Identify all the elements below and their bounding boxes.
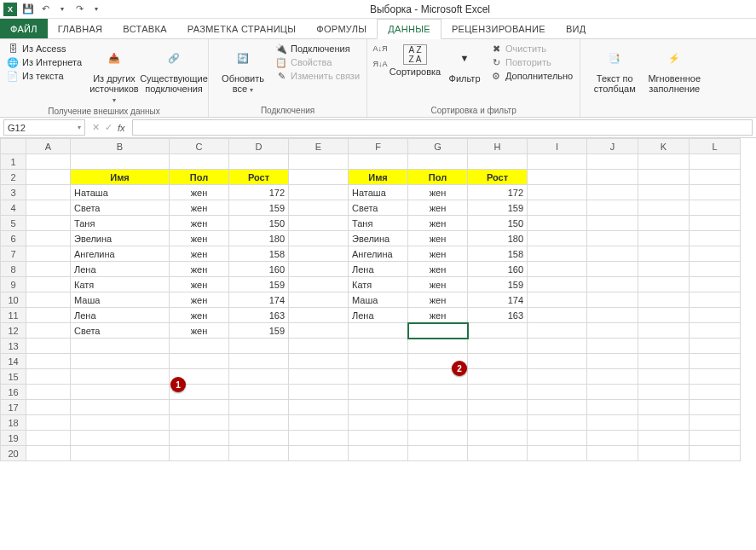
cell-A20[interactable] (26, 446, 71, 461)
row-header-4[interactable]: 4 (1, 200, 26, 216)
cell-A18[interactable] (26, 415, 71, 431)
cell-H16[interactable] (468, 385, 528, 400)
cell-E13[interactable] (289, 339, 349, 354)
cell-J6[interactable] (587, 231, 638, 246)
cell-E16[interactable] (289, 385, 349, 400)
cell-L9[interactable] (690, 277, 741, 292)
cell-F19[interactable] (349, 431, 408, 446)
cell-G1[interactable] (408, 154, 468, 170)
cell-L2[interactable] (690, 170, 741, 185)
cell-E7[interactable] (289, 246, 349, 262)
cell-I17[interactable] (528, 400, 587, 415)
cell-I7[interactable] (528, 246, 587, 262)
cell-L7[interactable] (690, 246, 741, 262)
cell-I2[interactable] (528, 170, 587, 185)
cell-E6[interactable] (289, 231, 349, 246)
cell-J10[interactable] (587, 292, 638, 308)
cell-G2[interactable]: Пол (408, 170, 468, 185)
cell-H13[interactable] (468, 339, 528, 354)
cell-H1[interactable] (468, 154, 528, 170)
cell-J7[interactable] (587, 246, 638, 262)
cell-F3[interactable]: Наташа (349, 185, 408, 200)
cell-C11[interactable]: жен (170, 308, 229, 323)
cell-E5[interactable] (289, 216, 349, 231)
cell-C14[interactable] (170, 354, 229, 369)
cell-B15[interactable] (71, 369, 170, 385)
cell-E14[interactable] (289, 354, 349, 369)
row-header-17[interactable]: 17 (1, 400, 26, 415)
cell-I14[interactable] (528, 354, 587, 369)
cell-J19[interactable] (587, 431, 638, 446)
cell-J16[interactable] (587, 385, 638, 400)
cell-D6[interactable]: 180 (229, 231, 289, 246)
cell-H2[interactable]: Рост (468, 170, 528, 185)
cell-H18[interactable] (468, 415, 528, 431)
cell-J8[interactable] (587, 262, 638, 277)
row-header-18[interactable]: 18 (1, 415, 26, 431)
cell-D11[interactable]: 163 (229, 308, 289, 323)
cell-I10[interactable] (528, 292, 587, 308)
cell-F9[interactable]: Катя (349, 277, 408, 292)
cell-A13[interactable] (26, 339, 71, 354)
tab-data[interactable]: ДАННЫЕ (377, 19, 441, 39)
edit-links-button[interactable]: ✎Изменить связи (275, 70, 360, 82)
cell-B4[interactable]: Света (71, 200, 170, 216)
column-header-K[interactable]: K (638, 139, 690, 154)
cell-A1[interactable] (26, 154, 71, 170)
cell-J20[interactable] (587, 446, 638, 461)
cell-A11[interactable] (26, 308, 71, 323)
cell-I11[interactable] (528, 308, 587, 323)
from-web-button[interactable]: 🌐Из Интернета (7, 56, 82, 68)
cell-D3[interactable]: 172 (229, 185, 289, 200)
cell-J12[interactable] (587, 323, 638, 339)
cell-A10[interactable] (26, 292, 71, 308)
cell-G6[interactable]: жен (408, 231, 468, 246)
cell-D17[interactable] (229, 400, 289, 415)
cell-H6[interactable]: 180 (468, 231, 528, 246)
cell-K6[interactable] (638, 231, 690, 246)
cell-L4[interactable] (690, 200, 741, 216)
cell-L8[interactable] (690, 262, 741, 277)
cell-E3[interactable] (289, 185, 349, 200)
cell-F20[interactable] (349, 446, 408, 461)
cell-A3[interactable] (26, 185, 71, 200)
cell-I19[interactable] (528, 431, 587, 446)
cell-C18[interactable] (170, 415, 229, 431)
row-header-5[interactable]: 5 (1, 216, 26, 231)
row-header-8[interactable]: 8 (1, 262, 26, 277)
cell-K9[interactable] (638, 277, 690, 292)
cell-L16[interactable] (690, 385, 741, 400)
column-header-E[interactable]: E (289, 139, 349, 154)
cell-G10[interactable]: жен (408, 292, 468, 308)
cell-D5[interactable]: 150 (229, 216, 289, 231)
cell-F4[interactable]: Света (349, 200, 408, 216)
cell-C4[interactable]: жен (170, 200, 229, 216)
cell-K12[interactable] (638, 323, 690, 339)
row-header-20[interactable]: 20 (1, 446, 26, 461)
cell-F18[interactable] (349, 415, 408, 431)
cell-J14[interactable] (587, 354, 638, 369)
cell-F14[interactable] (349, 354, 408, 369)
cell-L20[interactable] (690, 446, 741, 461)
cell-F12[interactable] (349, 323, 408, 339)
cell-F7[interactable]: Ангелина (349, 246, 408, 262)
cell-I5[interactable] (528, 216, 587, 231)
row-header-1[interactable]: 1 (1, 154, 26, 170)
cell-J15[interactable] (587, 369, 638, 385)
from-access-button[interactable]: 🗄Из Access (7, 43, 82, 55)
cell-C20[interactable] (170, 446, 229, 461)
cell-D1[interactable] (229, 154, 289, 170)
cell-E12[interactable] (289, 323, 349, 339)
cell-D4[interactable]: 159 (229, 200, 289, 216)
fx-icon[interactable]: fx (118, 123, 125, 133)
cell-A14[interactable] (26, 354, 71, 369)
cell-D9[interactable]: 159 (229, 277, 289, 292)
cell-J11[interactable] (587, 308, 638, 323)
cell-H20[interactable] (468, 446, 528, 461)
row-header-10[interactable]: 10 (1, 292, 26, 308)
row-header-6[interactable]: 6 (1, 231, 26, 246)
formula-bar[interactable] (132, 119, 753, 136)
cell-C7[interactable]: жен (170, 246, 229, 262)
cell-F6[interactable]: Эвелина (349, 231, 408, 246)
column-header-H[interactable]: H (468, 139, 528, 154)
